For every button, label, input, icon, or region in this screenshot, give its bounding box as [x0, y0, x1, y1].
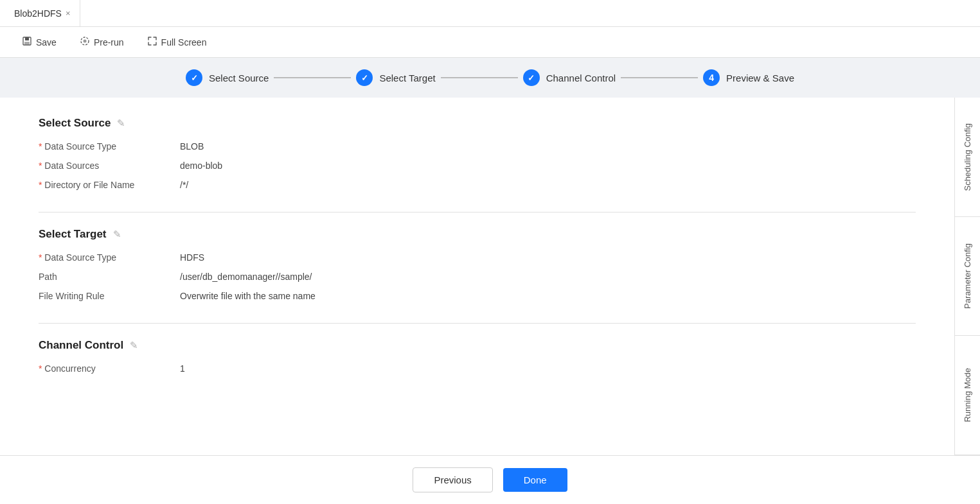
channel-control-header: Channel Control ✎: [39, 339, 916, 352]
field-row-concurrency: Concurrency 1: [39, 363, 916, 374]
step-label-4: Preview & Save: [726, 73, 794, 83]
target-type-label: Data Source Type: [39, 252, 180, 263]
target-rule-value: Overwrite file with the same name: [180, 291, 316, 301]
fullscreen-button[interactable]: Full Screen: [136, 31, 218, 53]
step-select-source[interactable]: ✓ Select Source: [186, 69, 269, 86]
step-select-target[interactable]: ✓ Select Target: [356, 69, 435, 86]
right-sidebar: Scheduling Config Parameter Config Runni…: [954, 98, 980, 455]
target-path-label: Path: [39, 272, 180, 282]
svg-point-4: [83, 40, 86, 43]
select-source-header: Select Source ✎: [39, 117, 916, 130]
toolbar: Save Pre-run Full Screen: [0, 27, 980, 58]
field-row-source-datasources: Data Sources demo-blob: [39, 161, 916, 171]
step-channel-control[interactable]: ✓ Channel Control: [523, 69, 616, 86]
select-target-header: Select Target ✎: [39, 228, 916, 241]
source-dir-label: Directory or File Name: [39, 180, 180, 190]
sidebar-parameter-label: Parameter Config: [963, 230, 972, 322]
select-source-title: Select Source: [39, 117, 111, 130]
select-target-edit-icon[interactable]: ✎: [113, 229, 121, 240]
channel-control-fields: Concurrency 1: [39, 363, 916, 392]
source-divider: [39, 212, 916, 213]
field-row-source-dir: Directory or File Name /*/: [39, 180, 916, 190]
tab-title: Blob2HDFS: [14, 8, 62, 19]
target-rule-label: File Writing Rule: [39, 291, 180, 301]
source-type-label: Data Source Type: [39, 141, 180, 152]
step-circle-3: ✓: [523, 69, 540, 86]
main-content: Select Source ✎ Data Source Type BLOB Da…: [0, 98, 954, 455]
select-target-title: Select Target: [39, 228, 107, 241]
step-label-1: Select Source: [209, 73, 269, 83]
save-icon: [22, 36, 32, 48]
source-dir-value: /*/: [180, 180, 188, 190]
channel-control-section: Channel Control ✎ Concurrency 1: [39, 339, 916, 392]
save-label: Save: [36, 37, 57, 48]
step-circle-1: ✓: [186, 69, 202, 86]
source-datasources-value: demo-blob: [180, 161, 222, 171]
field-row-target-rule: File Writing Rule Overwrite file with th…: [39, 291, 916, 301]
target-path-value: /user/db_demomanager//sample/: [180, 272, 312, 282]
select-target-fields: Data Source Type HDFS Path /user/db_demo…: [39, 252, 916, 319]
step-label-2: Select Target: [379, 73, 435, 83]
select-source-edit-icon[interactable]: ✎: [117, 117, 125, 129]
channel-control-edit-icon[interactable]: ✎: [130, 340, 138, 351]
concurrency-label: Concurrency: [39, 363, 180, 374]
tab-close-icon[interactable]: ×: [66, 8, 71, 18]
sidebar-tab-running[interactable]: Running Mode: [955, 336, 980, 455]
field-row-target-path: Path /user/db_demomanager//sample/: [39, 272, 916, 282]
stepper: ✓ Select Source ✓ Select Target ✓ Channe…: [0, 58, 980, 98]
footer: Previous Done: [0, 455, 980, 504]
field-row-source-type: Data Source Type BLOB: [39, 141, 916, 152]
previous-button[interactable]: Previous: [413, 467, 492, 492]
step-circle-2: ✓: [356, 69, 373, 86]
svg-rect-1: [25, 37, 29, 40]
prerun-icon: [80, 36, 90, 48]
target-divider: [39, 323, 916, 324]
sidebar-scheduling-label: Scheduling Config: [963, 110, 972, 204]
step-line-3: [621, 77, 698, 78]
main-wrapper: Select Source ✎ Data Source Type BLOB Da…: [0, 98, 980, 455]
select-source-fields: Data Source Type BLOB Data Sources demo-…: [39, 141, 916, 208]
target-type-value: HDFS: [180, 252, 204, 263]
svg-rect-2: [24, 42, 30, 44]
step-preview-save[interactable]: 4 Preview & Save: [703, 69, 794, 86]
sidebar-tab-parameter[interactable]: Parameter Config: [955, 217, 980, 336]
channel-control-title: Channel Control: [39, 339, 123, 352]
prerun-button[interactable]: Pre-run: [68, 31, 136, 53]
source-datasources-label: Data Sources: [39, 161, 180, 171]
source-type-value: BLOB: [180, 141, 204, 152]
step-line-1: [274, 77, 351, 78]
sidebar-running-label: Running Mode: [963, 355, 972, 435]
step-line-2: [441, 77, 518, 78]
select-target-section: Select Target ✎ Data Source Type HDFS Pa…: [39, 228, 916, 324]
field-row-target-type: Data Source Type HDFS: [39, 252, 916, 263]
tab-bar: Blob2HDFS ×: [0, 0, 980, 27]
select-source-section: Select Source ✎ Data Source Type BLOB Da…: [39, 117, 916, 213]
fullscreen-label: Full Screen: [161, 37, 207, 48]
tab-blob2hdfs[interactable]: Blob2HDFS ×: [8, 0, 80, 26]
sidebar-tab-scheduling[interactable]: Scheduling Config: [955, 98, 980, 217]
concurrency-value: 1: [180, 363, 185, 374]
step-circle-4: 4: [703, 69, 720, 86]
done-button[interactable]: Done: [503, 468, 567, 492]
prerun-label: Pre-run: [94, 37, 124, 48]
fullscreen-icon: [147, 36, 157, 48]
step-label-3: Channel Control: [546, 73, 616, 83]
save-button[interactable]: Save: [10, 31, 68, 53]
